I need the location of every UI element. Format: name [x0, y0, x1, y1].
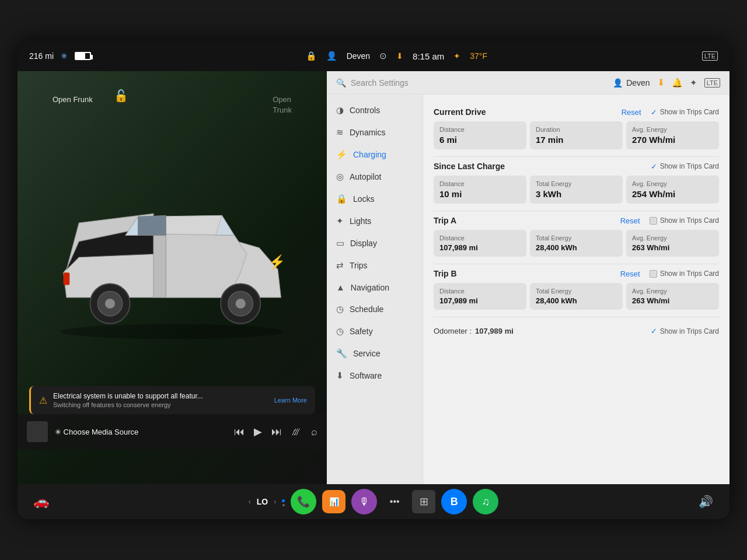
- alert-icon: ⚠: [39, 395, 47, 406]
- nav-label-schedule: Schedule: [350, 304, 383, 314]
- trip-a-header: Trip A Reset Show in Trips Card: [434, 216, 719, 225]
- next-track-button[interactable]: ⏭: [271, 426, 282, 438]
- stat-card: Distance 107,989 mi: [434, 283, 526, 310]
- equalizer-button[interactable]: 📊: [322, 490, 345, 513]
- dots-button[interactable]: •••: [383, 490, 406, 513]
- media-bar: ✳ Choose Media Source ⏮ ▶ ⏭ ⫻ ⌕: [18, 414, 327, 449]
- left-panel: Open Frunk OpenTrunk 🔓: [18, 71, 327, 484]
- divider: [434, 264, 719, 264]
- nav-item-software[interactable]: ⬇ Software: [327, 365, 423, 387]
- odometer-row: Odometer : 107,989 mi ✓ Show in Trips Ca…: [434, 322, 719, 340]
- spotify-button[interactable]: ♫: [473, 489, 498, 514]
- active-dot: [282, 499, 285, 502]
- nav-item-locks[interactable]: 🔒 Locks: [327, 188, 423, 210]
- search-bar[interactable]: 🔍 Search Settings: [336, 78, 409, 88]
- settings-content: Current Drive Reset ✓ Show in Trips Card…: [423, 94, 729, 484]
- header-icons: 👤 Deven ⬇ 🔔 ✦ LTE: [613, 77, 720, 88]
- prev-track-button[interactable]: ⏮: [234, 426, 245, 438]
- nav-label-lights: Lights: [350, 216, 371, 226]
- nav-item-safety[interactable]: ◷ Safety: [327, 320, 423, 342]
- current-drive-reset[interactable]: Reset: [622, 108, 641, 117]
- car-labels: Open Frunk OpenTrunk: [18, 94, 327, 116]
- download-icon: ⬇: [396, 51, 403, 61]
- trip-b-stats: Distance 107,989 mi Total Energy 28,400 …: [434, 283, 719, 310]
- settings-header: 🔍 Search Settings 👤 Deven ⬇ 🔔 ✦ LTE: [327, 71, 729, 94]
- show-trips-label3: Show in Trips Card: [660, 216, 719, 225]
- since-last-charge-header: Since Last Charge ✓ Show in Trips Card: [434, 162, 719, 171]
- odometer-show-trips[interactable]: ✓ Show in Trips Card: [651, 327, 719, 335]
- play-button[interactable]: ▶: [254, 425, 262, 438]
- show-trips-label2: Show in Trips Card: [660, 162, 719, 170]
- search-media-button[interactable]: ⌕: [311, 426, 317, 438]
- nav-item-charging[interactable]: ⚡ Charging: [327, 144, 423, 166]
- bell-icon[interactable]: 🔔: [672, 78, 683, 88]
- voice-button[interactable]: 🎙: [351, 489, 377, 514]
- display-icon: ▭: [336, 238, 344, 249]
- signal-icon: LTE: [704, 78, 720, 88]
- trip-b-show-trips[interactable]: Show in Trips Card: [650, 270, 719, 278]
- navigation-icon: ▲: [336, 282, 345, 292]
- location-icon: ⊙: [379, 51, 387, 61]
- since-last-charge-show-trips[interactable]: ✓ Show in Trips Card: [651, 162, 719, 171]
- nav-item-autopilot[interactable]: ◎ Autopilot: [327, 166, 423, 188]
- svg-text:⚡: ⚡: [268, 254, 286, 270]
- nav-item-trips[interactable]: ⇄ Trips: [327, 254, 423, 276]
- trip-b-reset[interactable]: Reset: [620, 270, 640, 278]
- nav-item-navigation[interactable]: ▲ Navigation: [327, 276, 423, 298]
- choose-media-source[interactable]: ✳ Choose Media Source: [55, 428, 227, 436]
- status-bar: 216 mi ✳ 🔒 👤 Deven ⊙ ⬇ 8:15 am ✦ 37°F LT…: [18, 41, 729, 71]
- nav-item-display[interactable]: ▭ Display: [327, 232, 423, 254]
- media-controls: ⏮ ▶ ⏭ ⫻ ⌕: [234, 425, 317, 438]
- trip-a-reset[interactable]: Reset: [620, 216, 640, 225]
- temperature-display: 37°F: [470, 51, 487, 61]
- safety-icon: ◷: [336, 326, 344, 337]
- trip-a-stats: Distance 107,989 mi Total Energy 28,400 …: [434, 230, 719, 257]
- status-time: 8:15 am: [413, 51, 444, 61]
- current-drive-show-trips[interactable]: ✓ Show in Trips Card: [651, 108, 719, 117]
- locks-icon: 🔒: [336, 194, 347, 204]
- open-frunk-label[interactable]: Open Frunk: [53, 94, 93, 116]
- nav-item-controls[interactable]: ◑ Controls: [327, 99, 423, 121]
- header-user-icon: 👤: [613, 78, 623, 88]
- learn-more-btn[interactable]: Learn More: [274, 397, 307, 404]
- nav-label-locks: Locks: [353, 194, 375, 204]
- car-home-button[interactable]: 🚗: [29, 490, 53, 513]
- divider: [434, 317, 719, 317]
- charging-icon: ⚡: [336, 149, 347, 160]
- header-user: 👤 Deven: [613, 78, 650, 88]
- main-content: Open Frunk OpenTrunk 🔓: [18, 71, 729, 484]
- nav-label-navigation: Navigation: [351, 283, 389, 292]
- chevron-right-icon[interactable]: ›: [274, 498, 276, 506]
- nav-item-schedule[interactable]: ◷ Schedule: [327, 298, 423, 320]
- grid-button[interactable]: ⊞: [412, 490, 435, 513]
- alert-title: Electrical system is unable to support a…: [53, 392, 268, 400]
- nav-item-dynamics[interactable]: ≋ Dynamics: [327, 121, 423, 144]
- taskbar-left: 🚗: [29, 490, 53, 513]
- bluetooth-icon: B: [451, 496, 458, 508]
- car-image: ⚡: [29, 118, 315, 402]
- chevron-left-icon[interactable]: ‹: [249, 498, 251, 506]
- schedule-icon: ◷: [336, 304, 344, 314]
- nav-label-autopilot: Autopilot: [350, 172, 381, 181]
- bluetooth-button[interactable]: B: [441, 489, 467, 514]
- nav-item-service[interactable]: 🔧 Service: [327, 342, 423, 365]
- divider: [434, 156, 719, 157]
- since-last-charge-stats: Distance 10 mi Total Energy 3 kWh Avg. E…: [434, 176, 719, 204]
- dynamics-icon: ≋: [336, 127, 344, 138]
- trip-a-show-trips[interactable]: Show in Trips Card: [650, 216, 719, 225]
- open-trunk-label[interactable]: OpenTrunk: [273, 94, 292, 116]
- bluetooth-header-icon[interactable]: ✦: [690, 78, 697, 88]
- odometer-value: 107,989 mi: [475, 327, 514, 335]
- user-icon: 👤: [326, 51, 337, 61]
- settings-nav: ◑ Controls ≋ Dynamics ⚡ Charging ◎ Autop…: [327, 94, 423, 484]
- lo-control[interactable]: LO: [257, 497, 268, 506]
- equalizer-button[interactable]: ⫻: [291, 426, 302, 438]
- stat-card: Total Energy 28,400 kWh: [530, 283, 623, 310]
- show-trips-label4: Show in Trips Card: [660, 270, 719, 278]
- nav-label-trips: Trips: [350, 261, 368, 270]
- svg-point-0: [60, 324, 284, 340]
- stat-card: Avg. Energy 263 Wh/mi: [626, 230, 719, 257]
- phone-button[interactable]: 📞: [291, 489, 316, 514]
- volume-icon[interactable]: 🔊: [694, 490, 718, 513]
- nav-item-lights[interactable]: ✦ Lights: [327, 210, 423, 232]
